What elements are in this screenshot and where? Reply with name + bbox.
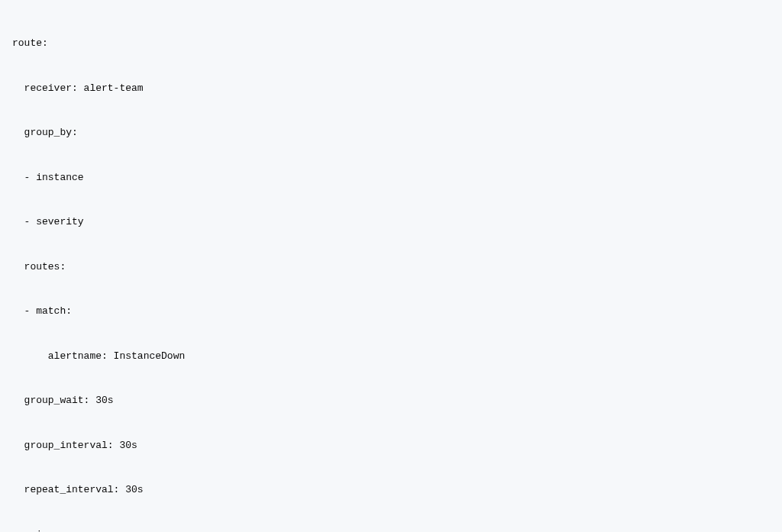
code-line: group_wait: 30s [12, 393, 770, 408]
code-line: - severity [12, 214, 770, 230]
code-line: route: [12, 36, 770, 51]
code-line: repeat_interval: 30s [12, 482, 770, 498]
code-line: - match: [12, 304, 770, 319]
code-line: receiver: alert-team [12, 81, 770, 96]
code-line: - instance [12, 170, 770, 185]
code-line: group_interval: 30s [12, 438, 770, 453]
code-line: alertname: InstanceDown [12, 349, 770, 364]
code-line: routes: [12, 260, 770, 275]
yaml-code-block: route: receiver: alert-team group_by: - … [0, 6, 782, 532]
code-line: group_by: [12, 125, 770, 140]
code-line: receivers: [12, 527, 770, 533]
